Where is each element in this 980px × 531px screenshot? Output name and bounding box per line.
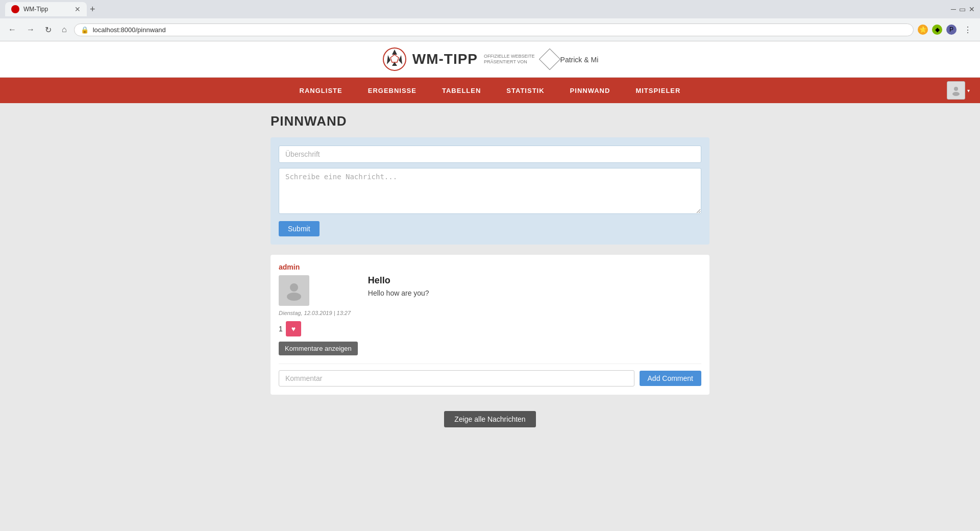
window-controls: ─ ▭ ✕ xyxy=(951,5,975,13)
nav-mitspieler[interactable]: MITSPIELER xyxy=(633,79,683,102)
likes-count: 1 xyxy=(279,325,283,333)
show-all-area: Zeige alle Nachrichten xyxy=(271,401,709,438)
browser-controls-right: ⭐ ◆ P ⋮ xyxy=(918,23,975,37)
tab-favicon xyxy=(11,5,19,13)
back-button[interactable]: ← xyxy=(5,23,19,36)
menu-button[interactable]: ⋮ xyxy=(961,23,975,37)
show-all-messages-button[interactable]: Zeige alle Nachrichten xyxy=(444,411,535,427)
submit-button[interactable]: Submit xyxy=(279,221,320,236)
forward-button[interactable]: → xyxy=(23,23,38,36)
page-title: PINNWAND xyxy=(271,113,709,129)
post-avatar xyxy=(279,275,309,306)
tab-title: WM-Tipp xyxy=(23,6,48,13)
user-avatar-nav xyxy=(947,81,965,100)
post-message-input[interactable] xyxy=(279,168,701,214)
post-text: Hello how are you? xyxy=(368,289,701,297)
post-title: Hello xyxy=(368,275,701,286)
logo-text: WM-TIPP xyxy=(412,51,478,67)
logo-subtitle-2: PRÄSENTIERT VON xyxy=(484,59,535,65)
nav-ergebnisse[interactable]: ERGEBNISSE xyxy=(365,79,419,102)
post-author: admin xyxy=(279,263,701,271)
logo-subtitle-1: OFFIZIELLE WEBSEITE xyxy=(484,54,535,59)
close-button[interactable]: ✕ xyxy=(969,5,975,13)
maximize-button[interactable]: ▭ xyxy=(959,5,966,13)
extension-icon-1[interactable]: ⭐ xyxy=(918,25,928,35)
logo-name: Patrick & Mi xyxy=(560,56,599,64)
diamond-shape xyxy=(538,49,560,70)
browser-titlebar: WM-Tipp ✕ + ─ ▭ ✕ xyxy=(0,0,980,18)
post-likes: 1 ♥ xyxy=(279,321,301,336)
post-right: Hello Hello how are you? xyxy=(368,275,701,355)
nav-pinnwand[interactable]: PINNWAND xyxy=(568,79,613,102)
tab-close-button[interactable]: ✕ xyxy=(75,5,81,13)
reload-button[interactable]: ↻ xyxy=(42,23,55,37)
logo-diamond xyxy=(542,52,557,67)
nav-tabellen[interactable]: TABELLEN xyxy=(439,79,483,102)
browser-tab[interactable]: WM-Tipp ✕ xyxy=(5,2,87,16)
nav-user[interactable]: ▾ xyxy=(947,81,970,100)
post-body: Dienstag, 12.03.2019 | 13:27 1 ♥ Komment… xyxy=(279,275,701,355)
add-comment-button[interactable]: Add Comment xyxy=(640,371,701,386)
post-card: admin Dienstag, 12.03.2019 | 13:27 1 ♥ K… xyxy=(271,255,709,395)
post-left: Dienstag, 12.03.2019 | 13:27 1 ♥ Komment… xyxy=(279,275,358,355)
post-title-input[interactable] xyxy=(279,146,701,163)
avatar-icon xyxy=(284,280,304,301)
like-button[interactable]: ♥ xyxy=(286,321,301,336)
post-form: Submit xyxy=(271,137,709,245)
show-comments-button[interactable]: Kommentare anzeigen xyxy=(279,342,358,355)
address-bar[interactable]: 🔒 localhost:8000/pinnwand xyxy=(74,23,914,36)
post-date: Dienstag, 12.03.2019 | 13:27 xyxy=(279,310,351,316)
home-button[interactable]: ⌂ xyxy=(59,23,70,36)
logo-text-area: WM-TIPP OFFIZIELLE WEBSEITE PRÄSENTIERT … xyxy=(412,51,599,67)
profile-icon[interactable]: P xyxy=(946,25,957,35)
minimize-button[interactable]: ─ xyxy=(951,5,956,13)
dropdown-arrow-icon: ▾ xyxy=(967,88,970,93)
svg-point-10 xyxy=(287,293,301,301)
browser-chrome: WM-Tipp ✕ + ─ ▭ ✕ ← → ↻ ⌂ 🔒 localhost:80… xyxy=(0,0,980,41)
comment-input[interactable] xyxy=(279,370,634,387)
nav-rangliste[interactable]: RANGLISTE xyxy=(297,79,345,102)
browser-nav: ← → ↻ ⌂ 🔒 localhost:8000/pinnwand ⭐ ◆ P … xyxy=(0,18,980,41)
main-nav: RANGLISTE ERGEBNISSE TABELLEN STATISTIK … xyxy=(0,78,980,103)
user-avatar-icon xyxy=(950,85,962,96)
nav-links: RANGLISTE ERGEBNISSE TABELLEN STATISTIK … xyxy=(297,79,683,102)
logo-ball-icon xyxy=(382,46,407,72)
logo-subtitle-area: OFFIZIELLE WEBSEITE PRÄSENTIERT VON xyxy=(484,54,535,65)
app-header: WM-TIPP OFFIZIELLE WEBSEITE PRÄSENTIERT … xyxy=(0,41,980,78)
svg-point-8 xyxy=(952,92,960,96)
nav-statistik[interactable]: STATISTIK xyxy=(504,79,547,102)
logo-area: WM-TIPP OFFIZIELLE WEBSEITE PRÄSENTIERT … xyxy=(382,46,599,72)
url-display: localhost:8000/pinnwand xyxy=(93,26,166,34)
svg-point-7 xyxy=(954,87,958,91)
svg-point-9 xyxy=(290,283,298,292)
lock-icon: 🔒 xyxy=(81,26,89,34)
new-tab-button[interactable]: + xyxy=(87,4,99,15)
extension-icon-2[interactable]: ◆ xyxy=(932,25,942,35)
comment-form: Add Comment xyxy=(279,364,701,387)
page-content: PINNWAND Submit admin Dienstag, 12.03.20… xyxy=(260,103,720,448)
